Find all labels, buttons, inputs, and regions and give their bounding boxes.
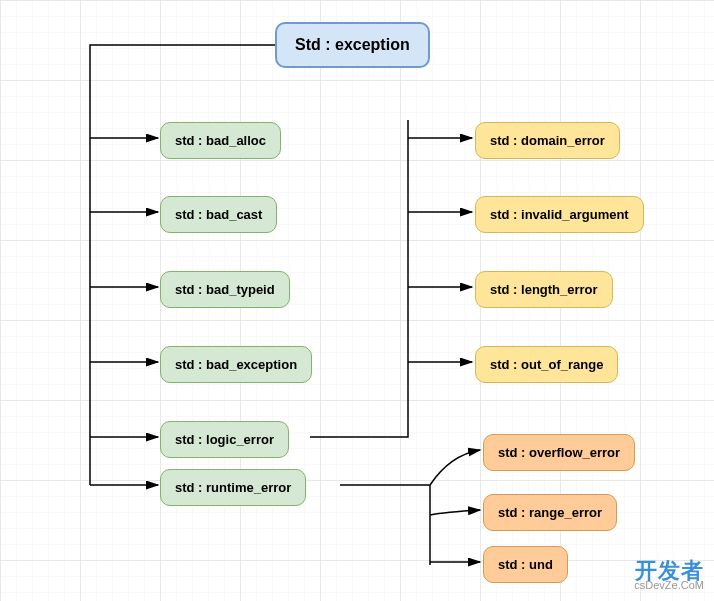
node-range-error: std : range_error [483, 494, 617, 531]
node-std-exception: Std : exception [275, 22, 430, 68]
node-out-of-range: std : out_of_range [475, 346, 618, 383]
node-bad-cast: std : bad_cast [160, 196, 277, 233]
node-logic-error: std : logic_error [160, 421, 289, 458]
node-label: Std : exception [295, 36, 410, 53]
node-runtime-error: std : runtime_error [160, 469, 306, 506]
node-underflow-error: std : und [483, 546, 568, 583]
node-label: std : bad_cast [175, 207, 262, 222]
node-bad-typeid: std : bad_typeid [160, 271, 290, 308]
node-invalid-argument: std : invalid_argument [475, 196, 644, 233]
node-label: std : und [498, 557, 553, 572]
node-length-error: std : length_error [475, 271, 613, 308]
node-label: std : bad_exception [175, 357, 297, 372]
node-domain-error: std : domain_error [475, 122, 620, 159]
node-bad-alloc: std : bad_alloc [160, 122, 281, 159]
node-label: std : bad_alloc [175, 133, 266, 148]
node-label: std : runtime_error [175, 480, 291, 495]
node-label: std : out_of_range [490, 357, 603, 372]
node-label: std : bad_typeid [175, 282, 275, 297]
node-label: std : invalid_argument [490, 207, 629, 222]
node-label: std : logic_error [175, 432, 274, 447]
node-label: std : range_error [498, 505, 602, 520]
node-label: std : length_error [490, 282, 598, 297]
watermark: 开发者 csDevZe.CoM [634, 560, 704, 591]
watermark-line2: csDevZe.CoM [634, 580, 704, 591]
node-label: std : domain_error [490, 133, 605, 148]
node-label: std : overflow_error [498, 445, 620, 460]
node-bad-exception: std : bad_exception [160, 346, 312, 383]
node-overflow-error: std : overflow_error [483, 434, 635, 471]
